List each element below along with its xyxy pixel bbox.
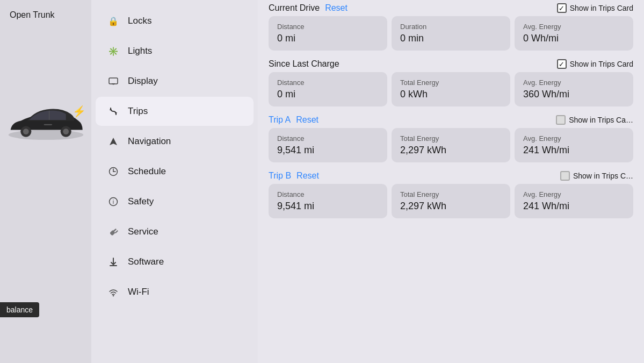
- stat-value: 0 kWh: [400, 89, 502, 100]
- sidebar-item-label: Service: [128, 226, 158, 237]
- current-drive-title-group: Current Drive Reset: [269, 3, 348, 13]
- wifi-icon: [106, 285, 120, 299]
- sidebar-item-label: Schedule: [128, 166, 166, 177]
- svg-point-0: [8, 130, 83, 140]
- trip-b-title-group: Trip B Reset: [269, 171, 319, 181]
- svg-point-3: [23, 129, 28, 134]
- sidebar-item-label: Wi-Fi: [128, 287, 149, 297]
- open-trunk-label[interactable]: Open Trunk: [10, 10, 55, 21]
- nav-panel: 🔒 Locks ✳️ Lights Display Trips Navigati…: [91, 0, 258, 363]
- stat-label: Duration: [400, 23, 502, 31]
- stat-value: 0 mi: [277, 33, 379, 44]
- lights-icon: ✳️: [106, 44, 120, 58]
- sidebar-item-navigation[interactable]: Navigation: [96, 127, 254, 156]
- balance-badge: balance: [0, 302, 39, 317]
- stat-cell: Avg. Energy 241 Wh/mi: [515, 128, 633, 162]
- stat-cell: Distance 9,541 mi: [269, 184, 387, 218]
- since-last-charge-stats: Distance 0 mi Total Energy 0 kWh Avg. En…: [269, 72, 633, 106]
- sidebar-item-schedule[interactable]: Schedule: [96, 157, 254, 186]
- software-icon: [106, 255, 120, 269]
- stat-value: 2,297 kWh: [400, 145, 502, 156]
- stat-cell: Total Energy 0 kWh: [392, 72, 510, 106]
- stat-label: Avg. Energy: [523, 23, 625, 31]
- content-panel: Current Drive Reset ✓ Show in Trips Card…: [258, 0, 644, 363]
- trip-b-stats: Distance 9,541 mi Total Energy 2,297 kWh…: [269, 184, 633, 218]
- current-drive-show-trips: ✓ Show in Trips Card: [557, 3, 633, 13]
- trip-b-show-trips: Show in Trips C…: [560, 171, 633, 181]
- since-last-charge-checkbox[interactable]: ✓: [557, 59, 567, 69]
- trip-b-reset-button[interactable]: Reset: [296, 171, 319, 181]
- sidebar-item-display[interactable]: Display: [96, 67, 254, 96]
- stat-label: Distance: [277, 23, 379, 31]
- stat-cell: Distance 0 mi: [269, 72, 387, 106]
- service-icon: [106, 225, 120, 239]
- trip-b-show-trips-label: Show in Trips C…: [573, 172, 633, 180]
- stat-value: 9,541 mi: [277, 145, 379, 156]
- stat-cell: Avg. Energy 241 Wh/mi: [515, 184, 633, 218]
- sidebar-item-software[interactable]: Software: [96, 247, 254, 276]
- safety-icon: i: [106, 195, 120, 209]
- svg-point-18: [113, 295, 114, 296]
- stat-label: Distance: [277, 79, 379, 87]
- sidebar-item-label: Software: [128, 257, 164, 267]
- stat-cell: Total Energy 2,297 kWh: [392, 128, 510, 162]
- since-last-charge-header: Since Last Charge ✓ Show in Trips Card: [269, 56, 633, 72]
- stat-value: 360 Wh/mi: [523, 89, 625, 100]
- stat-cell: Duration 0 min: [392, 16, 510, 51]
- trip-a-reset-button[interactable]: Reset: [296, 115, 319, 125]
- sidebar-item-wifi[interactable]: Wi-Fi: [96, 277, 254, 307]
- lightning-icon: ⚡: [73, 105, 86, 118]
- trips-icon: [106, 104, 120, 118]
- trip-a-title: Trip A: [269, 115, 291, 125]
- stat-cell: Avg. Energy 0 Wh/mi: [515, 16, 633, 51]
- sidebar-item-service[interactable]: Service: [96, 217, 254, 246]
- stat-label: Avg. Energy: [523, 79, 625, 87]
- sidebar-item-label: Locks: [128, 16, 151, 26]
- trip-b-header: Trip B Reset Show in Trips C…: [269, 168, 633, 184]
- stat-label: Distance: [277, 134, 379, 143]
- trip-a-title-group: Trip A Reset: [269, 115, 319, 125]
- display-icon: [106, 74, 120, 88]
- since-last-charge-show-trips: ✓ Show in Trips Card: [557, 59, 633, 69]
- stat-label: Distance: [277, 190, 379, 198]
- stat-label: Avg. Energy: [523, 190, 625, 198]
- schedule-icon: [106, 165, 120, 179]
- navigation-icon: [106, 134, 120, 148]
- sidebar-item-trips[interactable]: Trips: [96, 97, 254, 126]
- stat-label: Total Energy: [400, 190, 502, 198]
- current-drive-reset-button[interactable]: Reset: [325, 3, 348, 13]
- sidebar-item-label: Lights: [128, 46, 152, 56]
- stat-cell: Total Energy 2,297 kWh: [392, 184, 510, 218]
- trip-a-show-trips: Show in Trips Ca…: [556, 115, 633, 125]
- left-panel: Open Trunk ⚡ balance: [0, 0, 91, 363]
- current-drive-checkbox[interactable]: ✓: [557, 3, 567, 13]
- sidebar-item-label: Navigation: [128, 136, 171, 147]
- current-drive-title: Current Drive: [269, 3, 320, 13]
- sidebar-item-safety[interactable]: i Safety: [96, 187, 254, 216]
- trip-a-stats: Distance 9,541 mi Total Energy 2,297 kWh…: [269, 128, 633, 162]
- trip-a-show-trips-label: Show in Trips Ca…: [569, 116, 633, 124]
- trip-b-checkbox[interactable]: [560, 171, 570, 181]
- current-drive-stats: Distance 0 mi Duration 0 min Avg. Energy…: [269, 16, 633, 51]
- trip-a-header: Trip A Reset Show in Trips Ca…: [269, 112, 633, 128]
- svg-point-5: [63, 129, 69, 134]
- stat-value: 2,297 kWh: [400, 201, 502, 212]
- sidebar-item-lights[interactable]: ✳️ Lights: [96, 37, 254, 66]
- car-image: [0, 43, 91, 204]
- stat-cell: Distance 9,541 mi: [269, 128, 387, 162]
- lock-icon: 🔒: [106, 14, 120, 28]
- sidebar-item-label: Safety: [128, 196, 154, 207]
- trip-a-checkbox[interactable]: [556, 115, 566, 125]
- stat-value: 9,541 mi: [277, 201, 379, 212]
- trip-b-title: Trip B: [269, 171, 291, 181]
- sidebar-item-locks[interactable]: 🔒 Locks: [96, 6, 254, 35]
- sidebar-item-label: Display: [128, 76, 158, 87]
- stat-label: Total Energy: [400, 79, 502, 87]
- since-last-charge-title: Since Last Charge: [269, 59, 339, 69]
- stat-cell: Distance 0 mi: [269, 16, 387, 51]
- stat-label: Total Energy: [400, 134, 502, 143]
- current-drive-show-trips-label: Show in Trips Card: [570, 4, 633, 12]
- stat-value: 0 mi: [277, 89, 379, 100]
- stat-cell: Avg. Energy 360 Wh/mi: [515, 72, 633, 106]
- stat-value: 241 Wh/mi: [523, 145, 625, 156]
